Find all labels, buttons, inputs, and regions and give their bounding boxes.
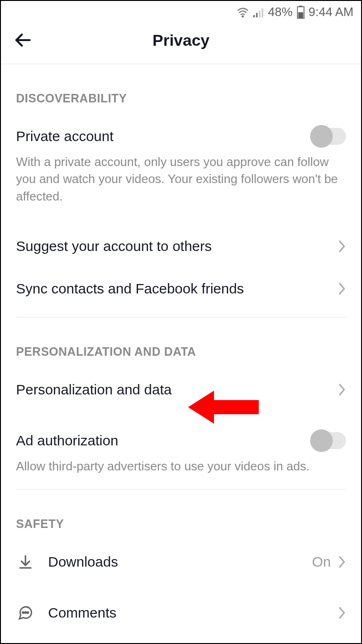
- private-account-description: With a private account, only users you a…: [16, 153, 346, 205]
- downloads-value: On: [312, 554, 331, 570]
- chevron-right-icon: [337, 606, 346, 620]
- chevron-right-icon: [337, 383, 346, 397]
- back-button[interactable]: [12, 30, 33, 50]
- clock-time: 9:44 AM: [309, 5, 354, 19]
- svg-rect-7: [298, 12, 303, 18]
- header: Privacy: [1, 21, 361, 64]
- svg-rect-2: [256, 13, 258, 17]
- svg-rect-3: [259, 10, 261, 17]
- row-downloads[interactable]: Downloads On: [16, 548, 346, 576]
- section-header-personalization: PERSONALIZATION AND DATA: [16, 345, 346, 359]
- status-bar: 48% 9:44 AM: [1, 1, 361, 21]
- section-header-safety: SAFETY: [16, 517, 346, 531]
- ad-authorization-label: Ad authorization: [16, 433, 118, 449]
- downloads-label: Downloads: [48, 554, 118, 570]
- battery-icon: [296, 6, 305, 19]
- chevron-right-icon: [337, 239, 346, 253]
- chevron-right-icon: [337, 555, 346, 569]
- comments-label: Comments: [48, 605, 116, 621]
- row-comments[interactable]: Comments: [16, 599, 346, 627]
- row-suggest-account[interactable]: Suggest your account to others: [16, 232, 346, 260]
- section-discoverability: DISCOVERABILITY Private account With a p…: [16, 64, 346, 318]
- row-personalization-data[interactable]: Personalization and data: [16, 376, 346, 404]
- comment-icon: [16, 605, 35, 621]
- svg-point-13: [27, 611, 29, 613]
- svg-point-0: [242, 16, 243, 17]
- suggest-account-label: Suggest your account to others: [16, 238, 212, 254]
- row-private-account[interactable]: Private account: [16, 122, 346, 151]
- sync-contacts-label: Sync contacts and Facebook friends: [16, 281, 244, 297]
- svg-rect-4: [262, 8, 263, 17]
- private-account-toggle[interactable]: [312, 128, 346, 145]
- ad-authorization-toggle[interactable]: [312, 432, 346, 449]
- section-personalization: PERSONALIZATION AND DATA Personalization…: [16, 318, 346, 489]
- wifi-icon: [236, 7, 249, 17]
- private-account-label: Private account: [16, 128, 114, 144]
- ad-authorization-description: Allow third-party advertisers to use you…: [16, 458, 346, 475]
- battery-percent: 48%: [268, 5, 293, 19]
- signal-icon: [253, 7, 264, 17]
- section-header-discoverability: DISCOVERABILITY: [16, 92, 346, 105]
- arrow-left-icon: [13, 31, 32, 50]
- personalization-data-label: Personalization and data: [16, 382, 172, 398]
- svg-rect-1: [253, 15, 255, 17]
- chevron-right-icon: [337, 282, 346, 296]
- row-sync-contacts[interactable]: Sync contacts and Facebook friends: [16, 275, 346, 303]
- page-title: Privacy: [153, 31, 210, 50]
- download-icon: [16, 554, 35, 570]
- svg-point-11: [23, 611, 24, 613]
- row-ad-authorization[interactable]: Ad authorization: [16, 427, 346, 455]
- svg-point-12: [25, 611, 26, 613]
- section-safety: SAFETY Downloads On: [16, 490, 346, 627]
